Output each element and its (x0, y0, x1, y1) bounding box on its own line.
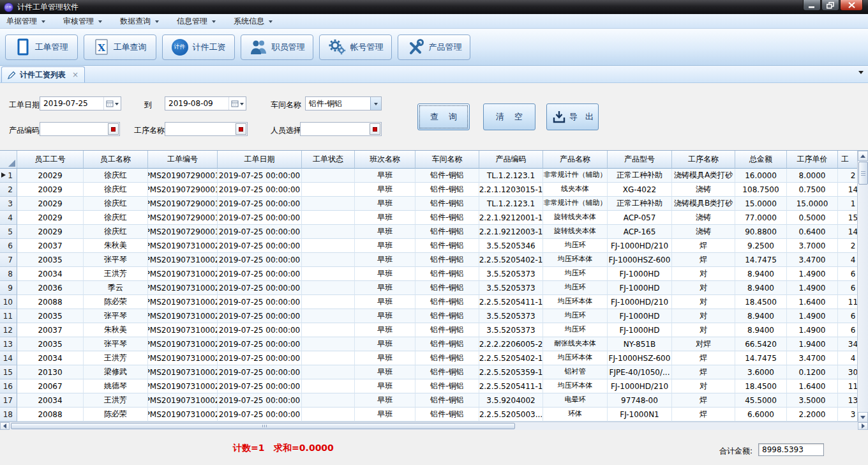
cell: PMS201907310002 (148, 295, 218, 309)
table-row[interactable]: 1720034王洪芳PMS2019073100022019-07-25 00:0… (0, 393, 868, 408)
restore-button[interactable] (821, 0, 839, 11)
workorder-query-button[interactable]: X工单查询 (84, 34, 156, 60)
cell: 90.8800 (735, 225, 787, 239)
horizontal-scroll-thumb[interactable] (11, 423, 515, 429)
workorder-mgmt-button[interactable]: 工单管理 (5, 34, 78, 60)
cell (302, 379, 355, 393)
scroll-right-button[interactable] (858, 422, 868, 430)
tab-close-icon[interactable]: × (72, 70, 79, 79)
date-from-input[interactable]: 2019-07-25 (40, 96, 121, 111)
cell: 77.0000 (735, 211, 787, 225)
column-header-13[interactable]: 工序单价 (787, 151, 838, 169)
table-row[interactable]: 920036季云PMS2019073100022019-07-25 00:00:… (0, 281, 868, 295)
cell: PMS201907290001 (148, 183, 218, 197)
table-row[interactable]: 1520130梁修武PMS2019073100022019-07-25 00:0… (0, 365, 868, 379)
scroll-up-button[interactable] (858, 151, 868, 161)
person-input[interactable] (300, 122, 382, 136)
close-button[interactable] (840, 0, 863, 11)
vertical-scrollbar[interactable] (857, 151, 868, 422)
table-row[interactable]: 1320035张平琴PMS2019073100022019-07-25 00:0… (0, 337, 868, 351)
cell: 1.4900 (787, 267, 838, 281)
cell: 2019-07-25 00:00:00 (218, 211, 302, 225)
staff-mgmt-button[interactable]: 职员管理 (241, 34, 313, 60)
table-row[interactable]: 1120035张平琴PMS2019073100022019-07-25 00:0… (0, 309, 868, 323)
person-picker-button[interactable] (370, 123, 380, 135)
table-row[interactable]: 520029徐庆红PMS2019072900012019-07-25 00:00… (0, 225, 868, 239)
date-to-picker[interactable] (228, 97, 246, 110)
menu-item-system[interactable]: 系统信息 (234, 16, 273, 27)
cell: 电晕环 (543, 393, 608, 408)
menu-item-info[interactable]: 信息管理 (177, 16, 216, 27)
row-selector-header[interactable] (0, 151, 17, 169)
cell: 20035 (17, 253, 84, 267)
column-header-10[interactable]: 产品型号 (608, 151, 672, 169)
process-picker-button[interactable] (236, 123, 246, 135)
cell: 均压环 (543, 239, 608, 253)
workshop-select[interactable]: 铝件-铜铝 (305, 96, 382, 111)
total-amount-field[interactable]: 8998.5393 (758, 443, 824, 456)
workshop-dropdown-button[interactable] (370, 97, 381, 110)
table-row[interactable]: 1220037朱秋美PMS2019073100022019-07-25 00:0… (0, 323, 868, 337)
column-header-3[interactable]: 工单编号 (148, 151, 218, 169)
table-row[interactable]: 320029徐庆红PMS2019072900012019-07-25 00:00… (0, 197, 868, 211)
cell: 2.2.1.9212001-1 (479, 211, 543, 225)
menu-item-data-query[interactable]: 数据查询 (120, 16, 159, 27)
toolbar-button-label: 帐号管理 (350, 42, 384, 53)
table-row[interactable]: 220029徐庆红PMS2019072900012019-07-25 00:00… (0, 183, 868, 197)
column-header-8[interactable]: 产品编码 (479, 151, 543, 169)
cell: FJ-1000HD (608, 309, 672, 323)
column-header-6[interactable]: 班次名称 (355, 151, 415, 169)
tab-list-caret-icon[interactable] (858, 71, 864, 77)
cell: 0.1200 (787, 365, 838, 379)
cell: FJ-1000HD/210 (608, 295, 672, 309)
date-from-picker[interactable] (103, 97, 121, 110)
column-header-2[interactable]: 员工名称 (84, 151, 148, 169)
row-number-cell: 17 (0, 393, 17, 408)
cell: 早班 (355, 295, 415, 309)
minimize-button[interactable] (803, 0, 821, 11)
cell: 焊 (672, 365, 735, 379)
calendar-icon (106, 100, 114, 107)
column-header-4[interactable]: 工单日期 (218, 151, 302, 169)
product-code-picker-button[interactable] (108, 123, 119, 135)
scroll-down-button[interactable] (858, 412, 868, 422)
table-row[interactable]: 1420034王洪芳PMS2019073100022019-07-25 00:0… (0, 351, 868, 365)
product-mgmt-button[interactable]: 产品管理 (398, 34, 470, 60)
product-code-input[interactable] (40, 122, 120, 136)
export-button[interactable]: 导 出 (546, 103, 599, 130)
column-header-12[interactable]: 总金额 (735, 151, 787, 169)
table-row[interactable]: 1820088陈必荣PMS2019073100022019-07-25 00:0… (0, 408, 868, 422)
table-row[interactable]: 1620067姚德琴PMS2019073100022019-07-25 00:0… (0, 379, 868, 393)
column-header-11[interactable]: 工序名称 (672, 151, 735, 169)
clear-button[interactable]: 清 空 (483, 103, 535, 130)
menu-item-audit[interactable]: 审核管理 (63, 16, 102, 27)
menu-item-label: 信息管理 (177, 16, 207, 27)
scroll-left-button[interactable] (0, 422, 10, 430)
table-row[interactable]: 420029徐庆红PMS2019072900012019-07-25 00:00… (0, 211, 868, 225)
table-row[interactable]: 120029徐庆红PMS2019072900012019-07-25 00:00… (0, 169, 868, 183)
table-row[interactable]: 1020088陈必荣PMS2019073100022019-07-25 00:0… (0, 295, 868, 309)
table-row[interactable]: 620037朱秋美PMS2019073100022019-07-25 00:00… (0, 239, 868, 253)
table-row[interactable]: 720035张平琴PMS2019073100022019-07-25 00:00… (0, 253, 868, 267)
cell: 对 (672, 281, 735, 295)
query-button[interactable]: 查 询 (417, 103, 470, 130)
horizontal-scrollbar[interactable] (0, 422, 868, 430)
piecework-wage-button[interactable]: 计件计件工资 (162, 34, 235, 60)
account-mgmt-button[interactable]: 帐号管理 (319, 34, 392, 60)
chevron-down-icon (155, 20, 159, 25)
date-to-input[interactable]: 2019-08-09 (165, 96, 246, 111)
triangle-left-icon (1, 423, 6, 429)
tab-piecework-wage-list[interactable]: 计件工资列表 × (1, 66, 85, 82)
red-square-icon (373, 127, 377, 132)
vertical-scroll-thumb[interactable] (858, 162, 868, 185)
column-header-7[interactable]: 车间名称 (415, 151, 479, 169)
table-row[interactable]: 820034王洪芳PMS2019073100022019-07-25 00:00… (0, 267, 868, 281)
menu-item-documents[interactable]: 单据管理 (6, 16, 45, 27)
cell: 2.2.1.1203015-1 (479, 183, 543, 197)
process-input[interactable] (165, 122, 248, 136)
column-header-9[interactable]: 产品名称 (543, 151, 608, 169)
menu-item-label: 审核管理 (63, 16, 94, 27)
column-header-1[interactable]: 员工工号 (17, 151, 84, 169)
column-header-5[interactable]: 工单状态 (302, 151, 355, 169)
tab-strip: 计件工资列表 × (0, 66, 868, 83)
